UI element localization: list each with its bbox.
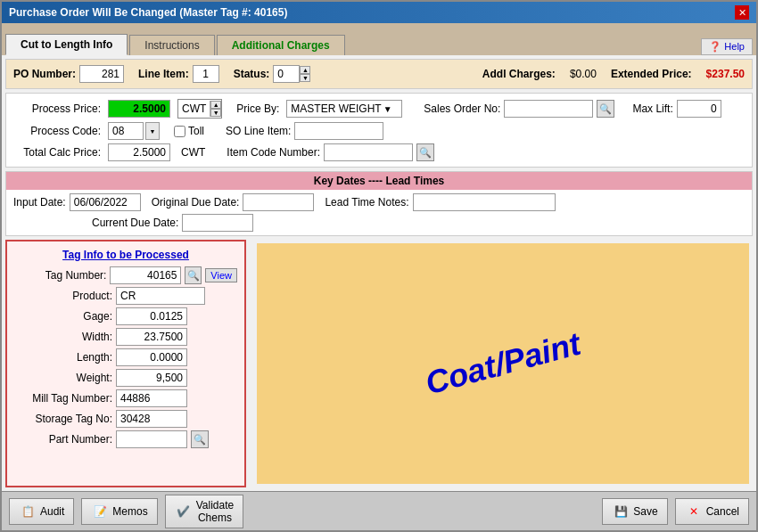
ext-price-label: Extended Price: (611, 68, 692, 80)
addl-charges-label: Addl Charges: (482, 68, 556, 80)
max-lift-input[interactable] (677, 100, 721, 118)
toll-label: Toll (188, 125, 204, 137)
tag-number-input[interactable] (110, 266, 181, 284)
addl-charges-value: $0.00 (570, 68, 597, 80)
original-due-input[interactable] (243, 193, 314, 211)
validate-label: Validate Chems (196, 499, 234, 524)
input-date-label: Input Date: (13, 196, 66, 209)
total-calc-unit: CWT (181, 146, 205, 159)
storage-tag-input[interactable] (116, 410, 187, 428)
tag-info-box: Tag Info to be Processed Tag Number: 🔍 V… (5, 240, 246, 487)
so-line-item-input[interactable] (294, 122, 383, 140)
validate-icon: ✔️ (175, 503, 193, 520)
tab-bar: Cut to Length Info Instructions Addition… (2, 23, 756, 55)
gage-input[interactable] (116, 307, 187, 325)
status-up-btn[interactable]: ▲ (300, 66, 310, 74)
gage-label: Gage: (14, 310, 112, 323)
price-by-value: MASTER WEIGHT (291, 102, 381, 115)
cwt-unit-label: CWT (178, 100, 210, 118)
tab-additional-charges[interactable]: Additional Charges (217, 35, 345, 55)
mill-tag-row: Mill Tag Number: (14, 389, 237, 407)
key-dates-section: Key Dates ---- Lead Times Input Date: Or… (5, 171, 753, 236)
po-number-input[interactable] (79, 65, 124, 83)
tag-number-label: Tag Number: (14, 269, 106, 282)
status-label: Status: (234, 68, 270, 80)
item-code-input[interactable] (324, 143, 413, 161)
storage-tag-row: Storage Tag No: (14, 410, 237, 428)
tab-cut-to-length[interactable]: Cut to Length Info (5, 34, 128, 55)
main-window: Purchase Order Will Be Changed (Master T… (0, 0, 758, 532)
cancel-button[interactable]: ✕ Cancel (675, 498, 749, 525)
close-button[interactable]: ✕ (735, 5, 749, 20)
audit-button[interactable]: 📋 Audit (9, 498, 74, 525)
header-row: PO Number: Line Item: Status: ▲ ▼ Addl C… (5, 59, 753, 89)
validate-chems-button[interactable]: ✔️ Validate Chems (165, 495, 243, 528)
item-code-label: Item Code Number: (227, 146, 320, 159)
weight-input[interactable] (116, 369, 187, 387)
part-number-row: Part Number: 🔍 (14, 430, 237, 448)
mill-tag-input[interactable] (116, 389, 187, 407)
tag-search-btn[interactable]: 🔍 (185, 266, 202, 284)
view-button[interactable]: View (205, 268, 237, 282)
process-code-dropdown-btn[interactable]: ▼ (145, 122, 160, 140)
item-code-search-btn[interactable]: 🔍 (416, 143, 434, 161)
gage-row: Gage: (14, 307, 237, 325)
cancel-icon: ✕ (685, 503, 703, 520)
toll-check-wrap: Toll (174, 125, 204, 137)
product-label: Product: (14, 290, 112, 302)
content-area: PO Number: Line Item: Status: ▲ ▼ Addl C… (2, 55, 756, 491)
memos-label: Memos (112, 505, 147, 518)
product-row: Product: (14, 287, 237, 305)
part-number-label: Part Number: (14, 433, 112, 446)
process-code-input[interactable] (108, 122, 144, 140)
process-code-wrap: ▼ (108, 122, 160, 140)
original-due-label: Original Due Date: (152, 196, 240, 209)
lead-time-field: Lead Time Notes: (325, 193, 555, 211)
footer: 📋 Audit 📝 Memos ✔️ Validate Chems 💾 Save… (2, 491, 756, 530)
price-by-arrow: ▼ (383, 104, 392, 114)
tab-instructions[interactable]: Instructions (129, 35, 214, 55)
part-number-search-btn[interactable]: 🔍 (191, 430, 209, 448)
product-input[interactable] (116, 287, 205, 305)
ext-price-value: $237.50 (706, 68, 745, 80)
status-field: Status: ▲ ▼ (234, 65, 311, 83)
current-due-input[interactable] (182, 214, 253, 232)
width-row: Width: (14, 328, 237, 346)
width-input[interactable] (116, 328, 187, 346)
save-icon: 💾 (612, 503, 630, 520)
length-label: Length: (14, 351, 112, 364)
lead-time-input[interactable] (413, 193, 556, 211)
input-date-input[interactable] (70, 193, 141, 211)
save-button[interactable]: 💾 Save (602, 498, 667, 525)
price-by-select[interactable]: MASTER WEIGHT ▼ (286, 100, 402, 118)
current-due-label: Current Due Date: (92, 217, 178, 229)
line-item-label: Line Item: (138, 68, 189, 80)
help-button[interactable]: ❓ Help (701, 38, 753, 55)
length-row: Length: (14, 348, 237, 366)
coat-paint-area: Coat/Paint (257, 243, 749, 484)
po-number-label: PO Number: (13, 68, 76, 80)
process-price-input[interactable] (108, 100, 170, 118)
toll-checkbox[interactable] (174, 126, 185, 137)
tag-info-title: Tag Info to be Processed (14, 249, 237, 261)
cwt-down-btn[interactable]: ▼ (210, 109, 221, 117)
length-input[interactable] (116, 348, 187, 366)
memos-button[interactable]: 📝 Memos (81, 498, 157, 525)
cwt-up-btn[interactable]: ▲ (210, 101, 221, 109)
total-calc-label: Total Calc Price: (12, 146, 101, 159)
part-number-input[interactable] (116, 430, 187, 448)
memos-icon: 📝 (91, 503, 109, 520)
process-price-label: Process Price: (12, 102, 101, 115)
sales-order-search-btn[interactable]: 🔍 (597, 100, 614, 118)
process-code-label: Process Code: (12, 125, 101, 137)
lead-time-label: Lead Time Notes: (325, 196, 408, 209)
sales-order-input[interactable] (504, 100, 593, 118)
audit-label: Audit (40, 505, 64, 518)
tag-number-row: Tag Number: 🔍 View (14, 266, 237, 284)
line-item-input[interactable] (193, 65, 219, 83)
status-input[interactable] (273, 65, 300, 83)
title-bar: Purchase Order Will Be Changed (Master T… (2, 2, 756, 23)
total-calc-input[interactable] (108, 143, 170, 161)
bottom-section: Tag Info to be Processed Tag Number: 🔍 V… (5, 240, 753, 487)
status-down-btn[interactable]: ▼ (300, 74, 310, 82)
